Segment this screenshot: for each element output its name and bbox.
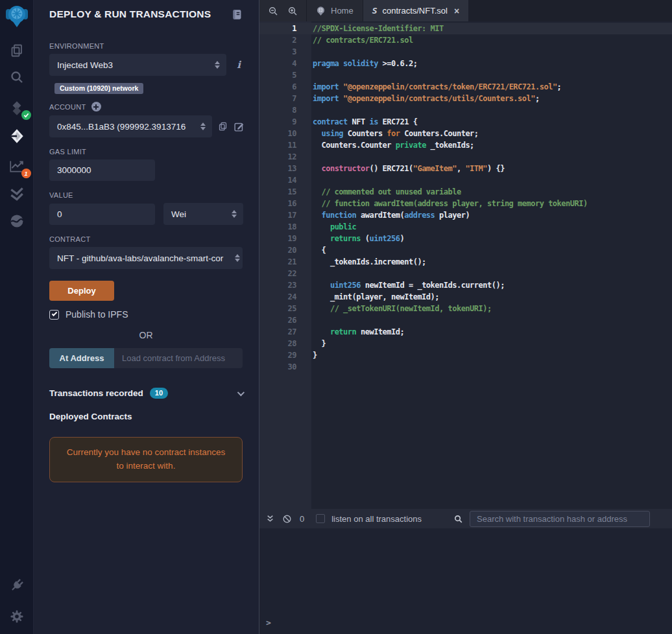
- editor-area: Home S contracts/NFT.sol × 1//SPDX-Licen…: [259, 0, 672, 634]
- code-line[interactable]: 21 _tokenIds.increment();: [259, 256, 672, 268]
- value-unit-select[interactable]: Wei: [163, 203, 243, 225]
- plugin-manager-button[interactable]: [4, 577, 30, 594]
- or-separator: OR: [49, 330, 243, 340]
- code-line[interactable]: 18 public: [259, 221, 672, 233]
- tab-home[interactable]: Home: [306, 0, 363, 21]
- double-check-icon: [8, 185, 25, 202]
- code-line[interactable]: 3: [259, 46, 672, 58]
- at-address-input[interactable]: [114, 348, 243, 368]
- line-number: 23: [259, 279, 296, 291]
- contract-select[interactable]: NFT - github/ava-labs/avalanche-smart-co…: [49, 247, 243, 269]
- code-text: // function awardItem(address player, st…: [296, 198, 588, 209]
- listen-transactions-checkbox[interactable]: [316, 514, 325, 523]
- at-address-button[interactable]: At Address: [49, 348, 114, 368]
- code-line[interactable]: 16 // function awardItem(address player,…: [259, 198, 672, 209]
- publish-ipfs-checkbox[interactable]: [49, 310, 59, 320]
- environment-info-icon[interactable]: i: [235, 59, 243, 71]
- code-line[interactable]: 13 constructor() ERC721("GameItem", "ITM…: [259, 163, 672, 174]
- gas-limit-input[interactable]: [49, 159, 155, 181]
- code-line[interactable]: 26: [259, 314, 672, 326]
- analytics-button[interactable]: 1: [4, 156, 30, 176]
- zoom-in-button[interactable]: [287, 6, 298, 16]
- code-line[interactable]: 1//SPDX-License-Identifier: MIT: [259, 23, 672, 34]
- code-line[interactable]: 27 return newItemId;: [259, 326, 672, 338]
- code-line[interactable]: 22: [259, 268, 672, 279]
- listen-transactions-label[interactable]: listen on all transactions: [331, 514, 422, 524]
- terminal-search-button[interactable]: [453, 514, 463, 524]
- code-line[interactable]: 9contract NFT is ERC721 {: [259, 116, 672, 128]
- terminal-prompt: >: [266, 618, 271, 628]
- code-text: [296, 104, 313, 116]
- code-line[interactable]: 14: [259, 174, 672, 186]
- clear-console-button[interactable]: [282, 514, 292, 524]
- line-number: 7: [259, 93, 296, 104]
- line-number: 5: [259, 69, 296, 81]
- add-account-icon[interactable]: [91, 102, 101, 112]
- code-line[interactable]: 15 // commented out unused variable: [259, 186, 672, 198]
- terminal-output[interactable]: >: [259, 528, 672, 634]
- compile-success-badge: [21, 110, 31, 120]
- zoom-out-button[interactable]: [268, 6, 278, 16]
- line-number: 15: [259, 186, 296, 198]
- code-line[interactable]: 4pragma solidity >=0.6.2;: [259, 58, 672, 69]
- code-text: [296, 69, 313, 81]
- deploy-button[interactable]: Deploy: [49, 281, 114, 301]
- no-instances-message: Currently you have no contract instances…: [49, 437, 243, 482]
- code-line[interactable]: 20 {: [259, 244, 672, 256]
- file-explorer-button[interactable]: [4, 43, 30, 58]
- code-line[interactable]: 30: [259, 361, 672, 373]
- line-number: 30: [259, 361, 296, 373]
- terminal-search-input[interactable]: [470, 511, 650, 527]
- line-number: 29: [259, 349, 296, 361]
- value-label: VALUE: [49, 191, 243, 199]
- chevron-down-icon[interactable]: [237, 388, 245, 395]
- code-line[interactable]: 23 uint256 newItemId = _tokenIds.current…: [259, 279, 672, 291]
- code-line[interactable]: 11 Counters.Counter private _tokenIds;: [259, 139, 672, 151]
- deployed-contracts-label: Deployed Contracts: [49, 412, 243, 421]
- ban-icon: [282, 514, 292, 524]
- code-text: }: [296, 349, 317, 361]
- solidity-compiler-button[interactable]: [4, 99, 30, 117]
- code-line[interactable]: 2// contracts/ERC721.sol: [259, 34, 672, 46]
- code-text: public: [296, 221, 356, 233]
- zoom-in-icon: [287, 6, 298, 16]
- code-line[interactable]: 8: [259, 104, 672, 116]
- deploy-run-button[interactable]: [4, 128, 30, 145]
- plug-icon: [9, 578, 25, 593]
- transactions-recorded-section[interactable]: Transactions recorded 10: [49, 388, 243, 399]
- code-line[interactable]: 25 // _setTokenURI(newItemId, tokenURI);: [259, 303, 672, 314]
- environment-select[interactable]: Injected Web3: [49, 54, 226, 76]
- close-tab-icon[interactable]: ×: [454, 6, 459, 16]
- code-text: {: [296, 244, 326, 256]
- code-line[interactable]: 5: [259, 69, 672, 81]
- code-text: return newItemId;: [296, 326, 404, 338]
- code-line[interactable]: 17 function awardItem(address player): [259, 209, 672, 221]
- documentation-link[interactable]: [232, 9, 243, 20]
- code-editor[interactable]: 1//SPDX-License-Identifier: MIT2// contr…: [259, 21, 672, 509]
- code-line[interactable]: 6import "@openzeppelin/contracts/token/E…: [259, 81, 672, 93]
- debugger-button[interactable]: [4, 213, 30, 229]
- code-line[interactable]: 24 _mint(player, newItemId);: [259, 291, 672, 303]
- line-number: 13: [259, 163, 296, 174]
- remix-logo[interactable]: [4, 4, 30, 30]
- publish-ipfs-toggle[interactable]: Publish to IPFS: [49, 309, 243, 320]
- account-select[interactable]: 0x845...B1aB3 (999992.3913716: [49, 115, 212, 137]
- code-line[interactable]: 7import "@openzeppelin/contracts/utils/C…: [259, 93, 672, 104]
- tab-nft-sol[interactable]: S contracts/NFT.sol ×: [363, 0, 468, 21]
- code-text: _tokenIds.increment();: [296, 256, 426, 268]
- unit-testing-button[interactable]: [4, 186, 30, 202]
- zoom-out-icon: [268, 6, 278, 16]
- code-line[interactable]: 10 using Counters for Counters.Counter;: [259, 128, 672, 139]
- line-number: 8: [259, 104, 296, 116]
- search-button[interactable]: [4, 69, 30, 85]
- sign-message-button[interactable]: [234, 121, 245, 132]
- value-input[interactable]: [49, 204, 155, 225]
- pending-tx-count: 0: [300, 514, 304, 524]
- code-line[interactable]: 12: [259, 151, 672, 163]
- code-line[interactable]: 29}: [259, 349, 672, 361]
- copy-account-button[interactable]: [218, 121, 228, 132]
- code-line[interactable]: 19 returns (uint256): [259, 233, 672, 244]
- code-line[interactable]: 28 }: [259, 338, 672, 349]
- expand-terminal-button[interactable]: [266, 514, 274, 523]
- settings-button[interactable]: [4, 608, 30, 625]
